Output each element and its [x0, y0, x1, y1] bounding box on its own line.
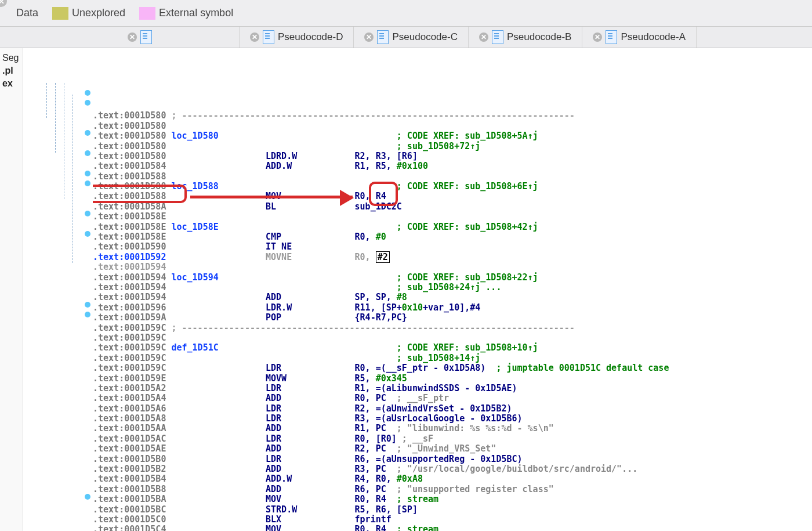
operand-edit-field[interactable]: #2	[376, 251, 390, 263]
close-icon[interactable]: ✕	[593, 32, 602, 42]
asm-line[interactable]: .text:0001D594 ; sub_1D508+24↑j ...	[93, 283, 812, 292]
asm-line[interactable]: .text:0001D580 LDRD.W R2, R3, [R6]	[93, 151, 812, 161]
asm-line[interactable]: .text:0001D584 ADD.W R1, R5, #0x100	[93, 161, 812, 171]
asm-line[interactable]: .text:0001D58A BL sub_1DC2C	[93, 202, 812, 212]
main-area: Seg .pl ex .text:0001D580 ; ------------…	[0, 48, 812, 531]
asm-line[interactable]: .text:0001D59C LDR R0, =(__sF_ptr - 0x1D…	[93, 363, 812, 373]
document-icon	[263, 30, 274, 44]
tab-pseudocode-a[interactable]: ✕ Pseudocode-A	[582, 27, 697, 48]
asm-line[interactable]: .text:0001D580	[93, 121, 812, 131]
asm-line[interactable]: .text:0001D588 loc_1D588 ; CODE XREF: su…	[93, 182, 812, 192]
asm-line[interactable]: .text:0001D5A8 LDR R3, =(aUsrLocalGoogle…	[93, 414, 812, 424]
xref-flow-line	[55, 83, 56, 153]
sidebar-item[interactable]: Seg	[0, 52, 23, 64]
asm-line[interactable]: .text:0001D580 loc_1D580 ; CODE XREF: su…	[93, 131, 812, 141]
xref-dot[interactable]	[85, 211, 90, 216]
asm-line[interactable]: .text:0001D5C0 BLX fprintf	[93, 515, 812, 525]
annotation-arrow	[190, 196, 353, 198]
sidebar-item[interactable]: .pl	[0, 64, 23, 77]
tab-label: Pseudocode-D	[278, 31, 343, 43]
close-icon[interactable]: ✕	[479, 32, 488, 42]
asm-line[interactable]: .text:0001D5C4 MOV R0, R4 ; stream	[93, 525, 812, 531]
asm-line[interactable]: .text:0001D5AE ADD R2, PC ; "_Unwind_VRS…	[93, 444, 812, 454]
close-icon[interactable]: ✕	[128, 32, 137, 42]
tab-bar: ✕ ✕ Pseudocode-D ✕ Pseudocode-C ✕ Pseudo…	[0, 27, 812, 48]
asm-line[interactable]: .text:0001D580 ; sub_1D508+72↑j	[93, 142, 812, 151]
close-icon[interactable]: ✕	[250, 32, 259, 42]
xref-dot[interactable]	[85, 312, 90, 317]
asm-line[interactable]: .text:0001D5AA ADD R1, PC ; "libunwind: …	[93, 424, 812, 434]
asm-line[interactable]: .text:0001D58E CMP R0, #0	[93, 232, 812, 242]
asm-line[interactable]: .text:0001D594 ADD SP, SP, #8	[93, 292, 812, 302]
xref-dot[interactable]	[85, 100, 90, 106]
asm-line[interactable]: .text:0001D59C ; sub_1D508+14↑j	[93, 353, 812, 363]
asm-line[interactable]: .text:0001D59C	[93, 333, 812, 343]
asm-line[interactable]: .text:0001D594	[93, 262, 812, 272]
xref-flow-line	[64, 83, 64, 199]
legend-swatch-unexplored	[52, 7, 68, 20]
asm-line[interactable]: .text:0001D5BC STRD.W R5, R6, [SP]	[93, 505, 812, 515]
asm-line[interactable]: .text:0001D594 loc_1D594 ; CODE XREF: su…	[93, 273, 812, 283]
asm-line[interactable]: .text:0001D5BA MOV R0, R4 ; stream	[93, 494, 812, 504]
legend-swatch-external	[139, 7, 155, 20]
document-icon	[492, 30, 503, 44]
xref-dot[interactable]	[85, 231, 90, 237]
sidebar-item[interactable]: ex	[0, 77, 23, 90]
disassembly-view[interactable]: .text:0001D580 ; -----------------------…	[93, 48, 812, 531]
asm-line[interactable]: .text:0001D5B2 ADD R3, PC ; "/usr/local/…	[93, 464, 812, 474]
tab-ida-view[interactable]: ✕	[0, 27, 240, 48]
xref-dot[interactable]	[85, 150, 90, 156]
xref-flow-line	[72, 95, 73, 263]
xref-dot[interactable]	[85, 171, 90, 176]
document-icon	[140, 30, 152, 44]
legend-unexplored-label: Unexplored	[72, 7, 125, 19]
asm-line[interactable]: .text:0001D590 IT NE	[93, 242, 812, 252]
asm-line[interactable]: .text:0001D580 ; -----------------------…	[93, 111, 812, 121]
asm-line[interactable]: .text:0001D59C ; -----------------------…	[93, 323, 812, 333]
asm-line[interactable]: .text:0001D5A2 LDR R1, =(aLibunwindSSDS …	[93, 384, 812, 393]
annotation-box-value	[369, 182, 398, 206]
tab-pseudocode-b[interactable]: ✕ Pseudocode-B	[469, 27, 583, 48]
left-sidebar: Seg .pl ex	[0, 48, 23, 531]
asm-line[interactable]: .text:0001D5A6 LDR R2, =(aUnwindVrsSet -…	[93, 404, 812, 414]
asm-line[interactable]: .text:0001D5AC LDR R0, [R0] ; __sF	[93, 434, 812, 444]
asm-line[interactable]: .text:0001D596 LDR.W R11, [SP+0x10+var_1…	[93, 303, 812, 313]
asm-line[interactable]: .text:0001D5B0 LDR R6, =(aUnsupportedReg…	[93, 454, 812, 464]
asm-line[interactable]: .text:0001D59E MOVW R5, #0x345	[93, 374, 812, 384]
legend-data-label: Data	[16, 7, 38, 19]
asm-line[interactable]: .text:0001D59C def_1D51C ; CODE XREF: su…	[93, 343, 812, 353]
xref-dot[interactable]	[85, 302, 90, 308]
asm-line[interactable]: .text:0001D59A POP {R4-R7,PC}	[93, 313, 812, 323]
asm-line[interactable]: .text:0001D5B8 ADD R6, PC ; "unsupported…	[93, 485, 812, 494]
asm-line[interactable]: .text:0001D58E loc_1D58E ; CODE XREF: su…	[93, 222, 812, 232]
tab-pseudocode-d[interactable]: ✕ Pseudocode-D	[240, 27, 354, 48]
close-icon[interactable]: ✕	[364, 32, 374, 42]
tab-pseudocode-c[interactable]: ✕ Pseudocode-C	[354, 27, 468, 48]
asm-line[interactable]: .text:0001D5A4 ADD R0, PC ; __sF_ptr	[93, 393, 812, 403]
tab-label: Pseudocode-A	[621, 31, 686, 43]
annotation-box-address	[93, 185, 187, 203]
asm-line[interactable]: .text:0001D588	[93, 172, 812, 182]
document-icon	[606, 30, 617, 44]
document-icon	[377, 30, 389, 44]
asm-line[interactable]: .text:0001D58E	[93, 212, 812, 222]
asm-line[interactable]: .text:0001D5B4 ADD.W R4, R0, #0xA8	[93, 474, 812, 484]
close-icon[interactable]: ✕	[0, 0, 7, 7]
legend-external-label: External symbol	[159, 7, 233, 19]
xref-dot[interactable]	[85, 180, 90, 186]
xref-dot[interactable]	[85, 494, 90, 500]
legend-bar: ✕ Data Unexplored External symbol	[0, 0, 812, 27]
xref-arrow-gutter	[23, 48, 93, 531]
xref-dot[interactable]	[85, 130, 90, 136]
tab-label: Pseudocode-B	[507, 31, 572, 43]
asm-line[interactable]: .text:0001D592 MOVNE R0, #2	[93, 252, 812, 262]
xref-flow-line	[46, 83, 47, 118]
xref-dot[interactable]	[85, 90, 90, 96]
tab-label: Pseudocode-C	[392, 31, 457, 43]
